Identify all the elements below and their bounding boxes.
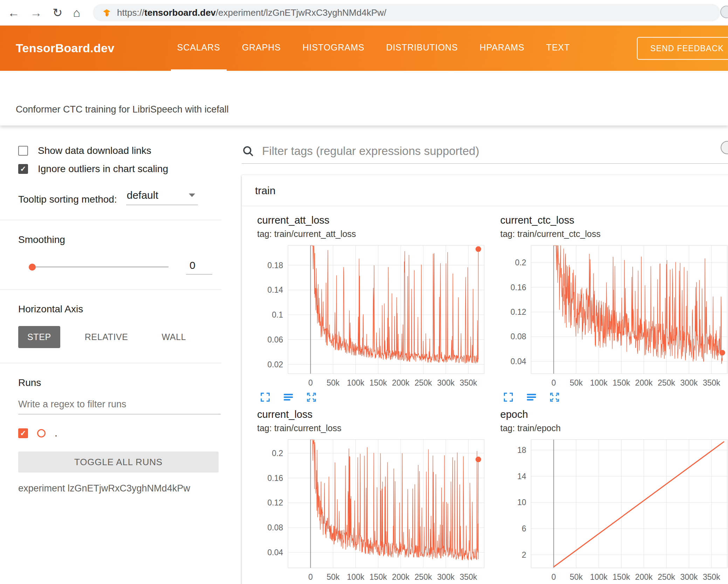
- svg-text:250k: 250k: [658, 378, 675, 387]
- chart-canvas-current_att_loss[interactable]: 0.020.060.10.140.18050k100k150k200k250k3…: [257, 243, 490, 390]
- chart-toolbar: [257, 392, 490, 402]
- browser-profile-avatar[interactable]: [720, 6, 728, 18]
- chart-toolbar: [500, 392, 728, 402]
- chart-card-current_att_loss: current_att_losstag: train/current_att_l…: [257, 215, 490, 402]
- address-bar[interactable]: https://tensorboard.dev/experiment/lzGnE…: [93, 4, 720, 21]
- tooltip-sorting-dropdown[interactable]: default: [126, 189, 198, 205]
- toggle-y-axis-button[interactable]: [526, 392, 537, 402]
- smoothing-value[interactable]: 0: [186, 259, 212, 274]
- tooltip-sorting-label: Tooltip sorting method:: [18, 194, 117, 205]
- browser-home-button[interactable]: ⌂: [73, 7, 81, 19]
- fullscreen-button[interactable]: [503, 392, 514, 402]
- svg-text:200k: 200k: [392, 378, 410, 387]
- fit-domain-button[interactable]: [306, 392, 317, 402]
- sidebar-divider: [0, 220, 221, 220]
- svg-text:0.1: 0.1: [272, 310, 283, 319]
- svg-text:100k: 100k: [347, 378, 364, 387]
- tag-filter-input[interactable]: [262, 144, 728, 158]
- svg-text:100k: 100k: [347, 572, 364, 582]
- svg-text:0: 0: [551, 572, 556, 582]
- svg-text:350k: 350k: [703, 572, 720, 582]
- svg-text:0.16: 0.16: [510, 283, 526, 292]
- chart-title: epoch: [500, 409, 728, 420]
- svg-text:250k: 250k: [658, 572, 675, 582]
- chart-tag: tag: train/current_loss: [257, 423, 490, 433]
- tab-graphs[interactable]: GRAPHS: [236, 26, 287, 71]
- tab-scalars[interactable]: SCALARS: [171, 26, 227, 71]
- browser-forward-button[interactable]: →: [30, 7, 42, 19]
- chart-grid: current_att_losstag: train/current_att_l…: [242, 206, 728, 584]
- run-checkbox[interactable]: [18, 428, 28, 438]
- browser-chrome: ← → ↻ ⌂ https://tensorboard.dev/experime…: [0, 0, 728, 26]
- chevron-down-icon: [189, 193, 195, 197]
- chart-canvas-current_ctc_loss[interactable]: 0.040.080.120.160.2050k100k150k200k250k3…: [500, 243, 728, 390]
- runs-filter-input[interactable]: [18, 399, 221, 414]
- svg-text:150k: 150k: [370, 378, 387, 387]
- run-color-icon: [37, 429, 46, 437]
- toggle-y-axis-button[interactable]: [283, 392, 294, 402]
- svg-text:150k: 150k: [370, 572, 387, 582]
- svg-text:50k: 50k: [327, 572, 340, 582]
- experiment-id-label: experiment lzGnETjwRxC3yghNMd4kPw: [18, 483, 224, 494]
- run-name-label: .: [55, 428, 57, 439]
- axis-option-wall[interactable]: WALL: [153, 326, 195, 348]
- svg-text:10: 10: [517, 498, 526, 507]
- chart-title: current_att_loss: [257, 215, 490, 226]
- svg-text:0.04: 0.04: [510, 357, 526, 366]
- svg-text:200k: 200k: [635, 378, 653, 387]
- group-title[interactable]: train: [242, 175, 728, 206]
- smoothing-slider-thumb[interactable]: [29, 264, 36, 271]
- svg-text:0.18: 0.18: [267, 261, 283, 270]
- svg-text:0.12: 0.12: [267, 498, 283, 507]
- svg-text:350k: 350k: [703, 378, 720, 387]
- tag-filter-row: [242, 144, 728, 164]
- svg-text:18: 18: [517, 446, 526, 455]
- smoothing-slider[interactable]: [30, 266, 169, 267]
- svg-text:14: 14: [517, 472, 526, 481]
- tab-text[interactable]: TEXT: [540, 26, 576, 71]
- svg-text:150k: 150k: [613, 572, 630, 582]
- experiment-title: Conformer CTC training for LibriSpeech w…: [16, 104, 229, 115]
- chart-tag: tag: train/epoch: [500, 423, 728, 433]
- tab-hparams[interactable]: HPARAMS: [473, 26, 531, 71]
- horizontal-axis-label: Horizontal Axis: [18, 304, 224, 315]
- svg-text:0.08: 0.08: [267, 523, 283, 532]
- svg-text:300k: 300k: [680, 572, 698, 582]
- axis-option-relative[interactable]: RELATIVE: [76, 326, 137, 348]
- horizontal-axis-buttons: STEPRELATIVEWALL: [18, 326, 224, 348]
- chart-card-current_loss: current_losstag: train/current_loss0.040…: [257, 409, 490, 584]
- scalars-main: train current_att_losstag: train/current…: [224, 125, 728, 584]
- ignore-outliers-label: Ignore outliers in chart scaling: [38, 163, 168, 175]
- axis-option-step[interactable]: STEP: [18, 326, 60, 348]
- browser-reload-button[interactable]: ↻: [53, 7, 63, 19]
- fit-domain-button[interactable]: [549, 392, 560, 402]
- chart-canvas-current_loss[interactable]: 0.040.080.120.160.2050k100k150k200k250k3…: [257, 437, 490, 584]
- svg-text:300k: 300k: [437, 378, 455, 387]
- svg-text:50k: 50k: [570, 572, 583, 582]
- toggle-all-runs-button[interactable]: TOGGLE ALL RUNS: [18, 451, 219, 473]
- fullscreen-button[interactable]: [260, 392, 270, 402]
- svg-text:0: 0: [551, 378, 556, 387]
- runs-label: Runs: [18, 377, 224, 388]
- train-group-card: train current_att_losstag: train/current…: [242, 175, 728, 584]
- content: Show data download links Ignore outliers…: [0, 125, 728, 584]
- show-download-links-checkbox[interactable]: [18, 146, 28, 156]
- svg-text:0.08: 0.08: [510, 332, 526, 341]
- svg-text:250k: 250k: [414, 572, 432, 582]
- svg-text:0.02: 0.02: [267, 360, 283, 369]
- svg-text:2: 2: [522, 550, 526, 559]
- smoothing-label: Smoothing: [18, 234, 224, 245]
- show-download-links-label: Show data download links: [38, 145, 151, 156]
- chart-canvas-epoch[interactable]: 26101418050k100k150k200k250k300k350k: [500, 437, 728, 584]
- tab-histograms[interactable]: HISTOGRAMS: [296, 26, 371, 71]
- search-icon: [242, 145, 254, 157]
- tab-distributions[interactable]: DISTRIBUTIONS: [380, 26, 464, 71]
- send-feedback-button[interactable]: SEND FEEDBACK: [637, 37, 728, 60]
- svg-text:0: 0: [308, 378, 313, 387]
- svg-text:6: 6: [522, 524, 526, 533]
- chart-title: current_loss: [257, 409, 490, 420]
- browser-back-button[interactable]: ←: [8, 7, 20, 19]
- chart-tag: tag: train/current_att_loss: [257, 229, 490, 239]
- svg-text:300k: 300k: [437, 572, 455, 582]
- ignore-outliers-checkbox[interactable]: [18, 164, 28, 174]
